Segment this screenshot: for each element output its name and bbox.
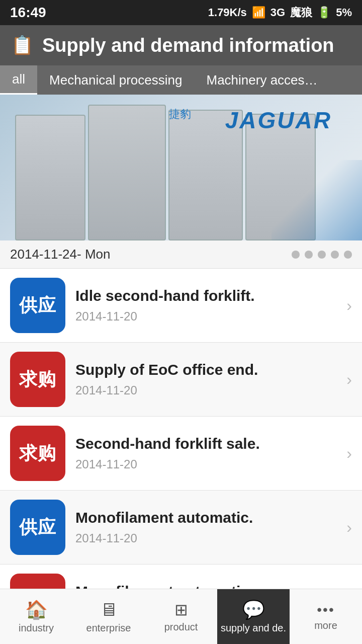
- nav-item-more[interactable]: ••• more: [290, 589, 362, 644]
- nav-item-supply[interactable]: 💬 supply and de.: [217, 589, 290, 644]
- item-content-3: Second-hand forklift sale. 2014-11-20: [75, 435, 341, 471]
- network-speed: 1.79K/s: [208, 6, 247, 19]
- arrow-icon-1: ›: [346, 296, 352, 315]
- dot-2: [305, 251, 313, 259]
- list-item[interactable]: 供应 Idle second-hand forklift. 2014-11-20…: [0, 269, 362, 343]
- arrow-icon-2: ›: [346, 370, 352, 389]
- nav-label-more: more: [314, 620, 337, 631]
- item-badge-demand-2: 求购: [10, 352, 65, 407]
- item-badge-demand-3: 求购: [10, 426, 65, 481]
- enterprise-icon: 🖥: [100, 599, 118, 620]
- item-date-4: 2014-11-20: [75, 531, 341, 545]
- filter-tab-mechanical[interactable]: Mechanical processing: [37, 65, 194, 95]
- item-badge-supply-4: 供应: [10, 500, 65, 555]
- filter-tab-all[interactable]: all: [0, 65, 37, 95]
- header-icon: 📋: [10, 33, 34, 57]
- product-icon: ⊞: [174, 600, 188, 619]
- bottom-nav: 🏠 industry 🖥 enterprise ⊞ product 💬 supp…: [0, 589, 362, 644]
- item-title-2: Supply of EoC office end.: [75, 361, 341, 378]
- list-item[interactable]: 求购 Second-hand forklift sale. 2014-11-20…: [0, 417, 362, 491]
- banner-brand: JAGUAR: [225, 107, 332, 134]
- dot-5: [344, 251, 352, 259]
- signal-type: 3G: [270, 6, 285, 19]
- carrier: 魔狼: [290, 5, 312, 20]
- list-item[interactable]: 供应 Monofilament automatic. 2014-11-20 ›: [0, 491, 362, 565]
- header: 📋 Supply and demand information: [0, 25, 362, 65]
- nav-item-product[interactable]: ⊞ product: [145, 589, 217, 644]
- home-icon: 🏠: [25, 599, 48, 620]
- dot-3: [318, 251, 326, 259]
- item-content-2: Supply of EoC office end. 2014-11-20: [75, 361, 341, 397]
- battery-level: 5%: [336, 6, 352, 19]
- banner-accent: [272, 160, 362, 240]
- machine-1: [15, 115, 85, 240]
- nav-label-industry: industry: [19, 622, 54, 634]
- item-date-3: 2014-11-20: [75, 457, 341, 471]
- date-bar: 2014-11-24- Mon: [0, 240, 362, 269]
- arrow-icon-3: ›: [346, 444, 352, 463]
- dot-1: [292, 251, 300, 259]
- list-container: 供应 Idle second-hand forklift. 2014-11-20…: [0, 269, 362, 638]
- item-content-1: Idle second-hand forklift. 2014-11-20: [75, 287, 341, 324]
- item-badge-supply-1: 供应: [10, 278, 65, 333]
- list-item[interactable]: 求购 Supply of EoC office end. 2014-11-20 …: [0, 343, 362, 417]
- item-title-3: Second-hand forklift sale.: [75, 435, 341, 452]
- wifi-icon: 📶: [252, 6, 265, 19]
- nav-label-supply: supply and de.: [221, 622, 286, 634]
- banner-dots: [292, 251, 352, 259]
- more-icon: •••: [317, 602, 334, 618]
- nav-item-enterprise[interactable]: 🖥 enterprise: [72, 589, 145, 644]
- battery-icon: 🔋: [317, 6, 331, 19]
- status-time: 16:49: [10, 5, 46, 21]
- supply-icon: 💬: [242, 599, 265, 620]
- banner-date: 2014-11-24- Mon: [10, 247, 110, 262]
- item-date-2: 2014-11-20: [75, 383, 341, 397]
- nav-item-industry[interactable]: 🏠 industry: [0, 589, 72, 644]
- item-date-1: 2014-11-20: [75, 309, 341, 324]
- header-title: Supply and demand information: [42, 35, 334, 56]
- status-bar: 16:49 1.79K/s 📶 3G 魔狼 🔋 5%: [0, 0, 362, 25]
- dot-4: [331, 251, 339, 259]
- status-right: 1.79K/s 📶 3G 魔狼 🔋 5%: [208, 5, 352, 20]
- machine-2: [88, 105, 166, 240]
- filter-bar: all Mechanical processing Machinery acce…: [0, 65, 362, 95]
- item-title-4: Monofilament automatic.: [75, 509, 341, 526]
- banner-brand-cn: 捷豹: [169, 107, 191, 122]
- item-content-4: Monofilament automatic. 2014-11-20: [75, 509, 341, 545]
- banner: JAGUAR 捷豹: [0, 95, 362, 240]
- nav-label-product: product: [164, 621, 198, 633]
- filter-tab-machinery[interactable]: Machinery acces…: [194, 65, 329, 95]
- nav-label-enterprise: enterprise: [86, 622, 131, 634]
- arrow-icon-4: ›: [346, 518, 352, 537]
- item-title-1: Idle second-hand forklift.: [75, 287, 341, 304]
